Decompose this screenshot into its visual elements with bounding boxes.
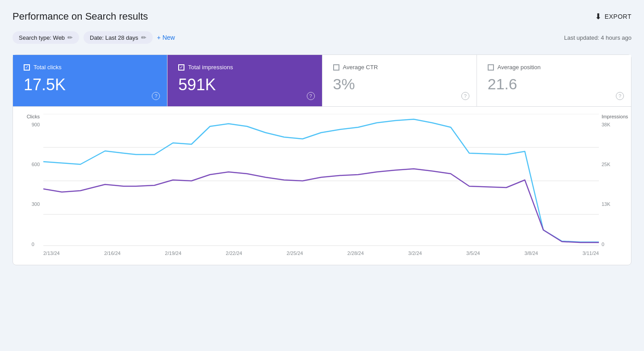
- clicks-value: 17.5K: [24, 76, 156, 94]
- ctr-help-icon[interactable]: ?: [461, 92, 469, 100]
- x-label-5: 2/28/24: [347, 251, 364, 256]
- position-label: Average position: [498, 64, 541, 71]
- position-value: 21.6: [488, 76, 620, 92]
- y-right-13k: 13K: [602, 201, 611, 207]
- filter-row: Search type: Web ✏ Date: Last 28 days ✏ …: [13, 31, 631, 44]
- y-left-600: 600: [32, 162, 40, 167]
- y-right-25k: 25K: [602, 162, 611, 167]
- metric-average-position[interactable]: Average position 21.6 ?: [477, 55, 631, 106]
- search-type-label: Search type: Web: [19, 34, 65, 41]
- x-label-9: 3/11/24: [582, 251, 599, 256]
- position-checkbox[interactable]: [488, 64, 494, 71]
- y-axis-left: Clicks 900 600 300 0: [22, 114, 43, 248]
- x-label-4: 2/25/24: [287, 251, 303, 256]
- metrics-row: Total clicks 17.5K ? Total impressions 5…: [13, 55, 631, 107]
- x-axis-labels: 2/13/24 2/16/24 2/19/24 2/22/24 2/25/24 …: [43, 251, 599, 256]
- x-label-2: 2/19/24: [165, 251, 181, 256]
- x-label-6: 3/2/24: [408, 251, 422, 256]
- x-label-0: 2/13/24: [43, 251, 60, 256]
- last-updated-text: Last updated: 4 hours ago: [564, 34, 631, 41]
- metric-total-clicks[interactable]: Total clicks 17.5K ?: [13, 55, 167, 106]
- edit-icon: ✏: [67, 34, 73, 41]
- chart-svg-container: [43, 114, 599, 248]
- page-title: Performance on Search results: [13, 11, 148, 22]
- x-label-7: 3/5/24: [466, 251, 480, 256]
- y-left-900: 900: [32, 122, 40, 127]
- y-axis-right-title: Impressions: [602, 114, 628, 119]
- metric-average-ctr[interactable]: Average CTR 3% ?: [322, 55, 477, 106]
- date-range-label: Date: Last 28 days: [90, 34, 138, 41]
- chart-area: Clicks 900 600 300 0: [13, 107, 631, 265]
- y-left-300: 300: [32, 201, 40, 207]
- header: Performance on Search results ⬇ EXPORT: [13, 11, 631, 22]
- export-icon: ⬇: [595, 12, 602, 21]
- x-label-8: 3/8/24: [524, 251, 538, 256]
- x-label-1: 2/16/24: [104, 251, 121, 256]
- purple-line: [43, 169, 599, 242]
- impressions-help-icon[interactable]: ?: [307, 92, 315, 100]
- y-axis-left-title: Clicks: [27, 114, 40, 119]
- ctr-value: 3%: [333, 76, 466, 92]
- impressions-checkbox[interactable]: [178, 64, 184, 71]
- y-right-38k: 38K: [602, 122, 611, 127]
- search-type-filter[interactable]: Search type: Web ✏: [13, 31, 79, 44]
- ctr-label: Average CTR: [343, 64, 378, 71]
- date-range-filter[interactable]: Date: Last 28 days ✏: [84, 31, 152, 44]
- new-label: New: [163, 34, 175, 41]
- plus-icon: +: [157, 34, 161, 41]
- impressions-value: 591K: [178, 76, 311, 94]
- clicks-help-icon[interactable]: ?: [152, 92, 160, 100]
- x-label-3: 2/22/24: [226, 251, 243, 256]
- clicks-label: Total clicks: [33, 64, 62, 71]
- chart-svg: [43, 114, 599, 248]
- y-axis-right: Impressions 38K 25K 13K 0: [599, 114, 622, 248]
- new-filter-button[interactable]: + New: [157, 34, 175, 41]
- edit-icon-date: ✏: [141, 34, 146, 41]
- y-right-0: 0: [602, 242, 611, 247]
- position-help-icon[interactable]: ?: [616, 92, 624, 100]
- clicks-checkbox[interactable]: [24, 64, 30, 71]
- export-button[interactable]: ⬇ EXPORT: [595, 12, 631, 21]
- ctr-checkbox[interactable]: [333, 64, 339, 71]
- impressions-label: Total impressions: [188, 64, 233, 71]
- metric-total-impressions[interactable]: Total impressions 591K ?: [167, 55, 322, 106]
- y-left-0: 0: [32, 242, 40, 247]
